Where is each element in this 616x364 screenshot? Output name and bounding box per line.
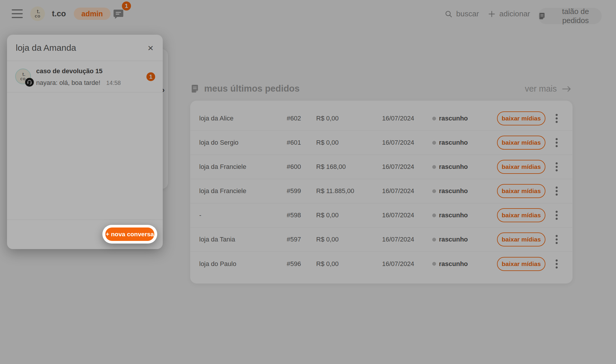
new-conversation-button[interactable]: + nova conversa bbox=[105, 228, 154, 241]
dashboard-page: t. co t.co admin 1 buscar adici bbox=[0, 0, 616, 364]
tour-spotlight-ring: + nova conversa bbox=[102, 225, 157, 244]
tour-dim-overlay bbox=[0, 0, 616, 364]
